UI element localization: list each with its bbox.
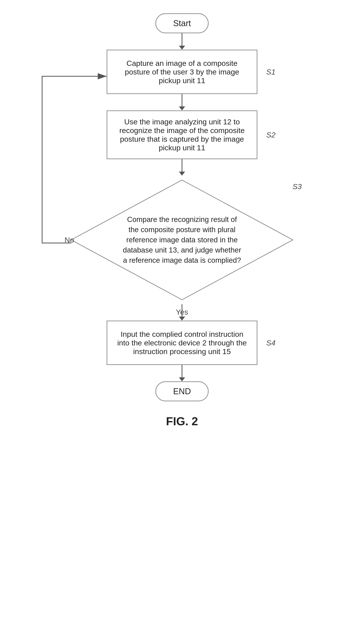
step-s2-text: Use the image analyzing unit 12 to recog…: [114, 118, 250, 152]
step-s4-label: S4: [266, 338, 276, 347]
step-s3-label: S3: [292, 182, 302, 191]
step-s2-box: Use the image analyzing unit 12 to recog…: [107, 110, 257, 159]
step-s1-box: Capture an image of a composite posture …: [107, 50, 257, 94]
step-s1-text: Capture an image of a composite posture …: [114, 59, 250, 85]
step-s4-box: Input the complied control instruction i…: [107, 320, 257, 365]
no-label: No: [64, 236, 74, 244]
start-node: Start: [156, 13, 208, 33]
step-s4-text: Input the complied control instruction i…: [114, 330, 250, 356]
end-node: END: [156, 381, 208, 401]
figure-caption: FIG. 2: [166, 414, 198, 428]
step-s3-text: Compare the recognizing result of the co…: [122, 214, 242, 266]
diagram-container: Start Capture an image of a composite po…: [0, 0, 364, 599]
end-label: END: [173, 387, 191, 396]
start-label: Start: [173, 18, 191, 28]
step-s2-label: S2: [266, 130, 276, 139]
step-s1-label: S1: [266, 68, 276, 76]
